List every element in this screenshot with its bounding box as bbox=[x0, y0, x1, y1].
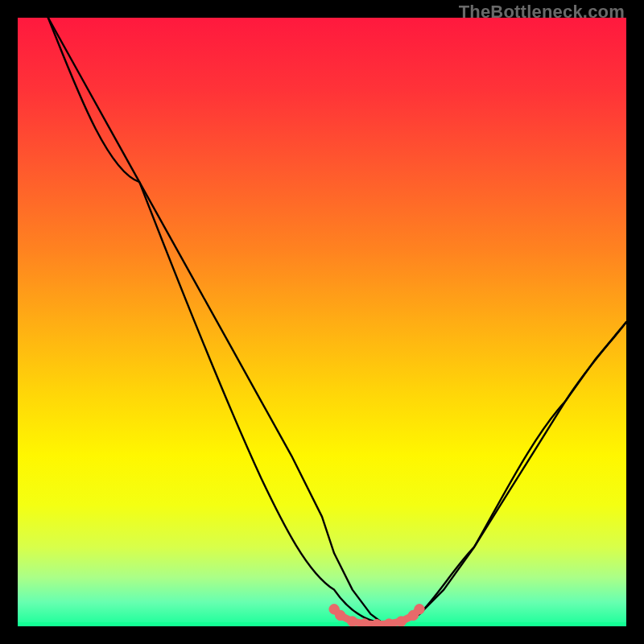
svg-point-8 bbox=[415, 605, 424, 614]
bottleneck-chart bbox=[18, 18, 626, 626]
svg-point-1 bbox=[336, 610, 345, 620]
svg-point-2 bbox=[348, 617, 357, 626]
chart-frame bbox=[18, 18, 626, 626]
baseline-strip bbox=[18, 622, 626, 626]
chart-background-gradient bbox=[18, 18, 626, 626]
svg-point-3 bbox=[360, 619, 369, 626]
attribution-watermark: TheBottleneck.com bbox=[459, 2, 625, 23]
svg-point-4 bbox=[372, 620, 382, 627]
svg-point-5 bbox=[384, 619, 394, 626]
svg-point-6 bbox=[396, 617, 406, 626]
